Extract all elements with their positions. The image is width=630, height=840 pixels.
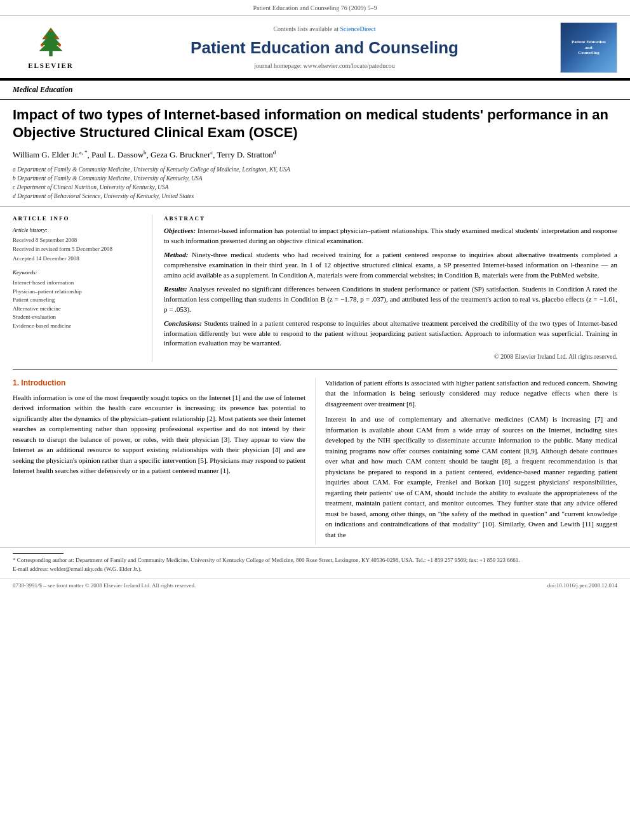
journal-name: Patient Education and Counseling (89, 36, 560, 59)
affiliation-c: c Department of Clinical Nutrition, Univ… (13, 183, 617, 192)
svg-point-5 (55, 36, 58, 39)
email-footnote: E-mail address: welder@email.uky.edu (W.… (13, 565, 617, 574)
svg-point-6 (41, 44, 44, 47)
page-wrapper: Patient Education and Counseling 76 (200… (0, 0, 630, 592)
journal-citation: Patient Education and Counseling 76 (200… (253, 4, 377, 11)
article-info-col: ARTICLE INFO Article history: Received 8… (13, 215, 152, 362)
intro-heading: 1. Introduction (13, 378, 305, 389)
abstract-conclusions: Conclusions: Students trained in a patie… (164, 319, 617, 349)
section-label: Medical Education (0, 79, 630, 100)
author-1: William G. Elder Jr. (13, 150, 79, 159)
method-label: Method: (164, 251, 189, 258)
keyword-5: Student-evaluation (13, 313, 140, 322)
author-4-sup: d (273, 149, 276, 156)
body-content: 1. Introduction Health information is on… (0, 378, 630, 545)
top-bar: Patient Education and Counseling 76 (200… (0, 0, 630, 16)
conclusions-label: Conclusions: (164, 319, 202, 327)
intro-para-2: Validation of patient efforts is associa… (325, 378, 617, 410)
sciencedirect-link[interactable]: ScienceDirect (340, 25, 375, 32)
article-history-label: Article history: (13, 226, 140, 234)
elsevier-tree-icon (32, 25, 70, 60)
affiliations: a Department of Family & Community Medic… (13, 165, 617, 201)
abstract-content: Objectives: Internet-based information h… (164, 226, 617, 362)
corresponding-footnote: * Corresponding author at: Department of… (13, 556, 617, 565)
accepted-date: Accepted 14 December 2008 (13, 255, 140, 263)
bottom-footer: 0738-3991/$ – see front matter © 2008 El… (0, 578, 630, 592)
abstract-title: ABSTRACT (164, 215, 617, 223)
abstract-results: Results: Analyses revealed no significan… (164, 284, 617, 315)
results-label: Results: (164, 285, 187, 293)
results-text: Analyses revealed no significant differe… (164, 285, 617, 313)
revised-date: Received in revised form 5 December 2008 (13, 245, 140, 253)
section-divider (13, 370, 617, 370)
svg-point-7 (58, 44, 61, 47)
authors-line: William G. Elder Jr.a, *, Paul L. Dassow… (13, 149, 617, 161)
author-4: , Terry D. Stratton (213, 150, 273, 159)
abstract-col: ABSTRACT Objectives: Internet-based info… (152, 215, 617, 362)
affiliation-a: a Department of Family & Community Medic… (13, 165, 617, 174)
keyword-2: Physician–patient relationship (13, 288, 140, 297)
footnote-divider (13, 553, 64, 554)
abstract-objectives: Objectives: Internet-based information h… (164, 226, 617, 246)
journal-header: ELSEVIER Contents lists available at Sci… (0, 16, 630, 79)
keywords-label: Keywords: (13, 269, 140, 277)
article-title-section: Impact of two types of Internet-based in… (0, 100, 630, 207)
affiliation-b: b Department of Family & Community Medic… (13, 174, 617, 183)
author-2: , Paul L. Dassow (88, 150, 144, 159)
doi-text: doi:10.1016/j.pec.2008.12.014 (547, 582, 617, 590)
svg-point-8 (50, 29, 52, 32)
objectives-label: Objectives: (164, 227, 196, 234)
abstract-copyright: © 2008 Elsevier Ireland Ltd. All rights … (164, 352, 617, 362)
contents-line: Contents lists available at ScienceDirec… (89, 25, 560, 34)
body-right-col: Validation of patient efforts is associa… (315, 378, 617, 545)
issn-text: 0738-3991/$ – see front matter © 2008 El… (13, 582, 196, 590)
journal-title-center: Contents lists available at ScienceDirec… (89, 25, 560, 70)
method-text: Ninety-three medical students who had re… (164, 251, 617, 279)
journal-homepage: journal homepage: www.elsevier.com/locat… (89, 62, 560, 70)
article-info-abstract-section: ARTICLE INFO Article history: Received 8… (0, 207, 630, 362)
body-left-col: 1. Introduction Health information is on… (13, 378, 315, 545)
article-info-title: ARTICLE INFO (13, 215, 140, 223)
objectives-text: Internet-based information has potential… (164, 227, 617, 244)
keyword-4: Alternative medicine (13, 305, 140, 314)
intro-para-3: Interest in and use of complementary and… (325, 414, 617, 540)
intro-para-1: Health information is one of the most fr… (13, 392, 305, 476)
affiliation-d: d Department of Behavioral Science, Univ… (13, 192, 617, 201)
elsevier-logo: ELSEVIER (13, 25, 89, 70)
footnote-section: * Corresponding author at: Department of… (0, 547, 630, 578)
elsevier-brand-text: ELSEVIER (28, 61, 74, 70)
author-3: , Geza G. Bruckner (147, 150, 211, 159)
author-1-sup: a, * (79, 149, 88, 156)
received-date: Received 8 September 2008 (13, 236, 140, 244)
article-title: Impact of two types of Internet-based in… (13, 106, 617, 142)
keyword-1: Internet-based information (13, 279, 140, 288)
keywords-list: Internet-based information Physician–pat… (13, 279, 140, 330)
svg-point-4 (44, 36, 47, 39)
journal-cover-image: Patient Education and Counseling (560, 22, 617, 73)
conclusions-text: Students trained in a patient centered r… (164, 319, 617, 347)
keyword-3: Patient counseling (13, 296, 140, 305)
abstract-method: Method: Ninety-three medical students wh… (164, 250, 617, 281)
keyword-6: Evidence-based medicine (13, 322, 140, 331)
